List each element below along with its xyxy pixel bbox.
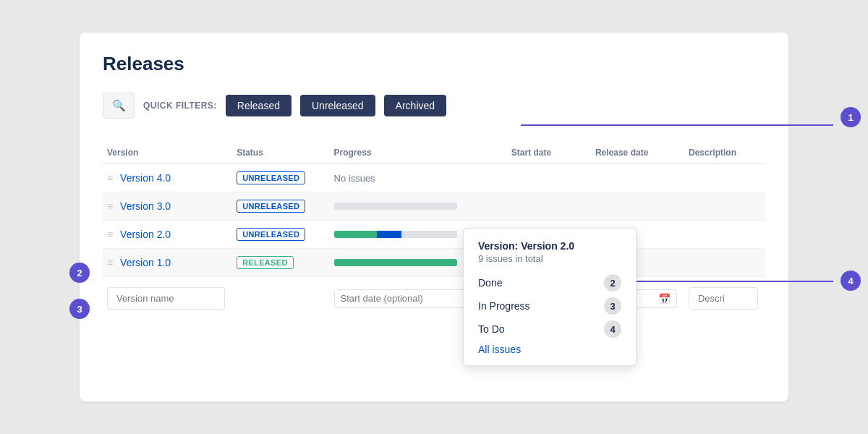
tooltip-done-count: 2 (604, 274, 621, 292)
annotation-2: 2 (69, 263, 90, 283)
filter-archived-button[interactable]: Archived (384, 95, 446, 116)
description-cell (684, 192, 765, 221)
description-cell (684, 164, 765, 192)
version-link[interactable]: Version 2.0 (120, 229, 171, 240)
release-date-cell (591, 192, 684, 221)
status-cell: UNRELEASED (232, 192, 329, 221)
tooltip-inprogress-label: In Progress (478, 300, 530, 312)
tooltip-todo-label: To Do (478, 323, 505, 335)
progress-cell: No issues (330, 164, 507, 192)
quick-filters-label: QUICK FILTERS: (143, 101, 217, 111)
filters-row: 🔍 QUICK FILTERS: Released Unreleased Arc… (103, 93, 765, 119)
version-link[interactable]: Version 1.0 (120, 257, 171, 268)
page-title: Releases (103, 53, 765, 75)
version-cell: ≡ Version 3.0 (103, 192, 232, 221)
status-badge: RELEASED (237, 256, 294, 269)
description-cell (684, 221, 765, 249)
tooltip-done-row: Done 2 (478, 274, 621, 292)
main-card: Releases 🔍 QUICK FILTERS: Released Unrel… (80, 33, 788, 401)
drag-handle-icon[interactable]: ≡ (107, 172, 113, 184)
annotation-4: 4 (841, 271, 861, 291)
tooltip-inprogress-count: 3 (604, 297, 621, 315)
progress-cell (330, 192, 507, 221)
col-status: Status (232, 142, 329, 164)
start-date-cell (507, 164, 591, 192)
col-progress: Progress (330, 142, 507, 164)
status-cell: UNRELEASED (232, 221, 329, 249)
releases-table: Version Status Progress Start date Relea… (103, 142, 765, 312)
col-version: Version (103, 142, 232, 164)
table-row: ≡ Version 3.0 UNRELEASED (103, 192, 765, 221)
release-date-cell (591, 164, 684, 192)
start-date-cell (507, 192, 591, 221)
table-row: ≡ Version 2.0 UNRELEASED (103, 221, 765, 249)
annotation-3: 3 (69, 299, 90, 319)
description-input[interactable] (689, 287, 758, 310)
status-badge: UNRELEASED (237, 171, 305, 184)
tooltip-done-label: Done (478, 277, 502, 289)
calendar-icon: 📅 (658, 293, 671, 305)
col-start-date: Start date (507, 142, 591, 164)
tooltip-todo-count: 4 (604, 320, 621, 338)
table-header-row: Version Status Progress Start date Relea… (103, 142, 765, 164)
tooltip-todo-row: To Do 4 (478, 320, 621, 338)
progress-bar (334, 203, 457, 210)
filter-released-button[interactable]: Released (226, 95, 292, 116)
progress-bar (334, 231, 457, 238)
no-issues-text: No issues (334, 173, 375, 184)
tooltip-subtitle: 9 issues in total (478, 253, 621, 264)
annotation-line-1 (521, 124, 833, 126)
all-issues-link[interactable]: All issues (478, 344, 621, 355)
annotation-1: 1 (841, 107, 861, 127)
version-cell: ≡ Version 4.0 (103, 164, 232, 192)
tooltip-title: Version: Version 2.0 (478, 240, 621, 252)
version-link[interactable]: Version 4.0 (120, 172, 171, 184)
version-link[interactable]: Version 3.0 (120, 200, 171, 212)
tooltip-popup: Version: Version 2.0 9 issues in total D… (463, 228, 637, 366)
version-cell: ≡ Version 1.0 (103, 249, 232, 277)
search-icon: 🔍 (112, 99, 126, 112)
start-date-input[interactable] (341, 293, 481, 304)
status-badge: UNRELEASED (237, 200, 305, 213)
drag-handle-icon[interactable]: ≡ (107, 200, 113, 212)
version-cell: ≡ Version 2.0 (103, 221, 232, 249)
search-box[interactable]: 🔍 (103, 93, 135, 119)
add-version-name-cell[interactable] (103, 277, 232, 313)
table-row: ≡ Version 1.0 RELEASED (103, 249, 765, 277)
status-badge: UNRELEASED (237, 228, 305, 241)
drag-handle-icon[interactable]: ≡ (107, 257, 113, 268)
add-status-cell (232, 277, 329, 313)
progress-bar (334, 259, 457, 266)
table-row: ≡ Version 4.0 UNRELEASED No issues (103, 164, 765, 192)
col-description: Description (684, 142, 765, 164)
version-name-input[interactable] (107, 287, 225, 310)
col-release-date: Release date (591, 142, 684, 164)
tooltip-inprogress-row: In Progress 3 (478, 297, 621, 315)
filter-unreleased-button[interactable]: Unreleased (300, 95, 375, 116)
status-cell: UNRELEASED (232, 164, 329, 192)
status-cell: RELEASED (232, 249, 329, 277)
description-cell (684, 249, 765, 277)
page-wrapper: Releases 🔍 QUICK FILTERS: Released Unrel… (0, 0, 868, 434)
drag-handle-icon[interactable]: ≡ (107, 229, 113, 240)
